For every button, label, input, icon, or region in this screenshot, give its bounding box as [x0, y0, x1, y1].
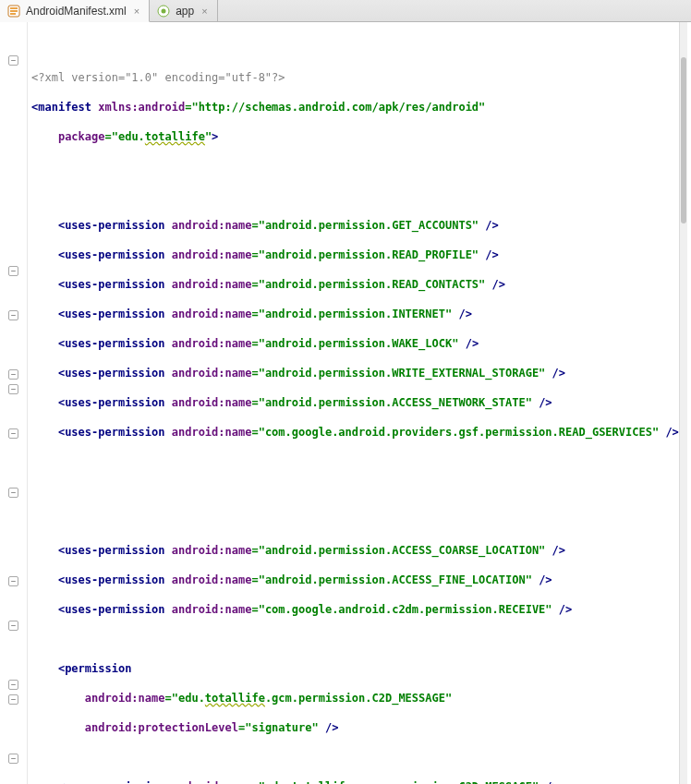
code-editor[interactable]: − − − − − − − − − − − − <?xml version="1…: [0, 22, 691, 784]
fold-toggle[interactable]: −: [8, 310, 18, 320]
xml-declaration: <?xml version="1.0" encoding="utf-8"?>: [31, 71, 285, 84]
gradle-file-icon: [157, 5, 170, 18]
close-icon[interactable]: ×: [200, 6, 209, 17]
code-body[interactable]: <?xml version="1.0" encoding="utf-8"?> <…: [28, 22, 679, 784]
tab-label: AndroidManifest.xml: [26, 5, 127, 18]
svg-point-2: [162, 8, 166, 13]
scrollbar-thumb[interactable]: [681, 57, 686, 223]
xml-file-icon: [7, 5, 20, 18]
fold-toggle[interactable]: −: [8, 384, 18, 394]
fold-toggle[interactable]: −: [8, 680, 18, 690]
fold-toggle[interactable]: −: [8, 428, 18, 439]
fold-toggle[interactable]: −: [8, 55, 18, 66]
fold-toggle[interactable]: −: [8, 694, 18, 705]
vertical-scrollbar[interactable]: [679, 22, 687, 784]
tab-label: app: [176, 5, 194, 18]
fold-gutter: − − − − − − − − − − − −: [0, 22, 28, 784]
fold-toggle[interactable]: −: [8, 754, 18, 764]
fold-toggle[interactable]: −: [8, 488, 18, 498]
fold-toggle[interactable]: −: [8, 621, 18, 631]
close-icon[interactable]: ×: [132, 6, 141, 17]
fold-toggle[interactable]: −: [8, 266, 18, 276]
fold-toggle[interactable]: −: [8, 369, 18, 380]
fold-toggle[interactable]: −: [8, 576, 18, 586]
tab-app[interactable]: app ×: [150, 0, 217, 21]
tab-bar: AndroidManifest.xml × app ×: [0, 0, 691, 22]
tab-manifest[interactable]: AndroidManifest.xml ×: [0, 0, 150, 22]
